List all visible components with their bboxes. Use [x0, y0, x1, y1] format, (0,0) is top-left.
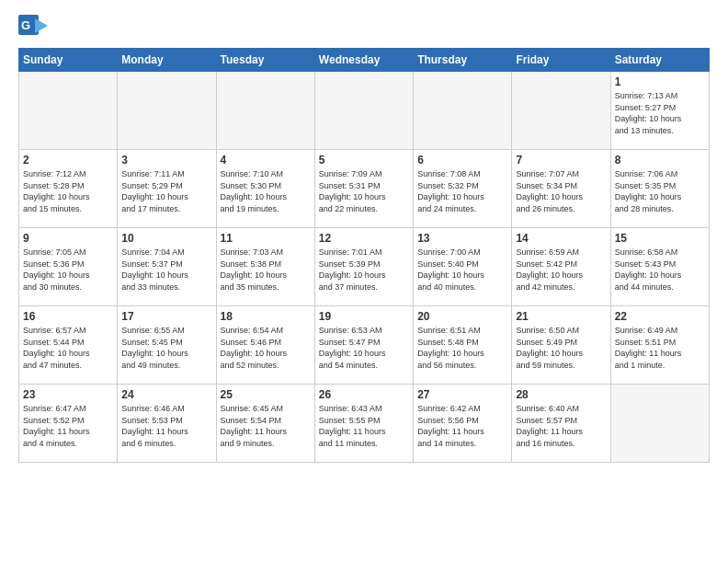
- day-number: 12: [319, 232, 409, 245]
- day-info: Sunrise: 6:53 AM Sunset: 5:47 PM Dayligh…: [319, 325, 409, 371]
- day-number: 16: [23, 310, 113, 323]
- day-info: Sunrise: 6:50 AM Sunset: 5:49 PM Dayligh…: [516, 325, 606, 371]
- day-number: 11: [221, 232, 311, 245]
- calendar-week-row: 1Sunrise: 7:13 AM Sunset: 5:27 PM Daylig…: [19, 72, 710, 150]
- day-info: Sunrise: 6:46 AM Sunset: 5:53 PM Dayligh…: [121, 403, 211, 449]
- calendar-cell: 2Sunrise: 7:12 AM Sunset: 5:28 PM Daylig…: [19, 150, 118, 228]
- day-info: Sunrise: 7:10 AM Sunset: 5:30 PM Dayligh…: [221, 168, 311, 214]
- day-info: Sunrise: 6:59 AM Sunset: 5:42 PM Dayligh…: [516, 247, 606, 293]
- calendar-cell: [314, 72, 413, 150]
- day-info: Sunrise: 7:12 AM Sunset: 5:28 PM Dayligh…: [23, 168, 113, 214]
- day-number: 8: [615, 154, 705, 167]
- calendar-cell: 20Sunrise: 6:51 AM Sunset: 5:48 PM Dayli…: [414, 306, 512, 385]
- day-info: Sunrise: 6:51 AM Sunset: 5:48 PM Dayligh…: [417, 325, 507, 371]
- day-info: Sunrise: 6:45 AM Sunset: 5:54 PM Dayligh…: [221, 403, 311, 449]
- day-number: 10: [121, 232, 211, 245]
- day-number: 1: [615, 75, 705, 88]
- calendar-cell: 9Sunrise: 7:05 AM Sunset: 5:36 PM Daylig…: [19, 228, 118, 306]
- header: G: [18, 15, 710, 40]
- day-number: 19: [319, 310, 409, 323]
- day-number: 20: [417, 310, 507, 323]
- weekday-header-monday: Monday: [118, 49, 216, 72]
- day-info: Sunrise: 7:13 AM Sunset: 5:27 PM Dayligh…: [615, 90, 705, 136]
- calendar-cell: 18Sunrise: 6:54 AM Sunset: 5:46 PM Dayli…: [216, 306, 314, 385]
- day-number: 15: [615, 232, 705, 245]
- day-number: 24: [121, 388, 211, 401]
- day-info: Sunrise: 6:58 AM Sunset: 5:43 PM Dayligh…: [615, 247, 705, 293]
- calendar-cell: [414, 72, 512, 150]
- calendar-cell: 10Sunrise: 7:04 AM Sunset: 5:37 PM Dayli…: [118, 228, 216, 306]
- day-number: 7: [516, 154, 606, 167]
- calendar-cell: 26Sunrise: 6:43 AM Sunset: 5:55 PM Dayli…: [314, 385, 413, 463]
- calendar-cell: 8Sunrise: 7:06 AM Sunset: 5:35 PM Daylig…: [610, 150, 709, 228]
- day-number: 9: [23, 232, 113, 245]
- weekday-header-sunday: Sunday: [19, 49, 118, 72]
- day-info: Sunrise: 6:49 AM Sunset: 5:51 PM Dayligh…: [615, 325, 705, 371]
- day-info: Sunrise: 7:00 AM Sunset: 5:40 PM Dayligh…: [417, 247, 507, 293]
- calendar-table: SundayMondayTuesdayWednesdayThursdayFrid…: [18, 48, 710, 463]
- calendar-cell: [512, 72, 610, 150]
- weekday-header-thursday: Thursday: [414, 49, 512, 72]
- day-number: 26: [319, 388, 409, 401]
- day-info: Sunrise: 6:47 AM Sunset: 5:52 PM Dayligh…: [23, 403, 113, 449]
- calendar-cell: 13Sunrise: 7:00 AM Sunset: 5:40 PM Dayli…: [414, 228, 512, 306]
- calendar-cell: 11Sunrise: 7:03 AM Sunset: 5:38 PM Dayli…: [216, 228, 314, 306]
- calendar-cell: 7Sunrise: 7:07 AM Sunset: 5:34 PM Daylig…: [512, 150, 610, 228]
- day-info: Sunrise: 6:57 AM Sunset: 5:44 PM Dayligh…: [23, 325, 113, 371]
- calendar-cell: [610, 385, 709, 463]
- day-number: 25: [221, 388, 311, 401]
- day-info: Sunrise: 6:54 AM Sunset: 5:46 PM Dayligh…: [221, 325, 311, 371]
- svg-text:G: G: [21, 18, 30, 32]
- weekday-header-friday: Friday: [512, 49, 610, 72]
- calendar-cell: 22Sunrise: 6:49 AM Sunset: 5:51 PM Dayli…: [610, 306, 709, 385]
- calendar-header-row: SundayMondayTuesdayWednesdayThursdayFrid…: [19, 49, 710, 72]
- day-info: Sunrise: 6:43 AM Sunset: 5:55 PM Dayligh…: [319, 403, 409, 449]
- day-info: Sunrise: 7:08 AM Sunset: 5:32 PM Dayligh…: [417, 168, 507, 214]
- calendar-cell: 14Sunrise: 6:59 AM Sunset: 5:42 PM Dayli…: [512, 228, 610, 306]
- day-number: 27: [417, 388, 507, 401]
- calendar-cell: 24Sunrise: 6:46 AM Sunset: 5:53 PM Dayli…: [118, 385, 216, 463]
- calendar-week-row: 16Sunrise: 6:57 AM Sunset: 5:44 PM Dayli…: [19, 306, 710, 385]
- day-info: Sunrise: 6:42 AM Sunset: 5:56 PM Dayligh…: [417, 403, 507, 449]
- calendar-cell: 3Sunrise: 7:11 AM Sunset: 5:29 PM Daylig…: [118, 150, 216, 228]
- day-number: 13: [417, 232, 507, 245]
- day-info: Sunrise: 7:03 AM Sunset: 5:38 PM Dayligh…: [221, 247, 311, 293]
- calendar-cell: 19Sunrise: 6:53 AM Sunset: 5:47 PM Dayli…: [314, 306, 413, 385]
- calendar-cell: 1Sunrise: 7:13 AM Sunset: 5:27 PM Daylig…: [610, 72, 709, 150]
- day-number: 4: [221, 154, 311, 167]
- calendar-cell: 4Sunrise: 7:10 AM Sunset: 5:30 PM Daylig…: [216, 150, 314, 228]
- day-info: Sunrise: 7:11 AM Sunset: 5:29 PM Dayligh…: [121, 168, 211, 214]
- day-number: 14: [516, 232, 606, 245]
- calendar-week-row: 23Sunrise: 6:47 AM Sunset: 5:52 PM Dayli…: [19, 385, 710, 463]
- calendar-cell: 12Sunrise: 7:01 AM Sunset: 5:39 PM Dayli…: [314, 228, 413, 306]
- calendar-cell: 21Sunrise: 6:50 AM Sunset: 5:49 PM Dayli…: [512, 306, 610, 385]
- calendar-week-row: 9Sunrise: 7:05 AM Sunset: 5:36 PM Daylig…: [19, 228, 710, 306]
- weekday-header-saturday: Saturday: [610, 49, 709, 72]
- calendar-cell: [216, 72, 314, 150]
- calendar-cell: 17Sunrise: 6:55 AM Sunset: 5:45 PM Dayli…: [118, 306, 216, 385]
- calendar-cell: [19, 72, 118, 150]
- day-info: Sunrise: 7:05 AM Sunset: 5:36 PM Dayligh…: [23, 247, 113, 293]
- day-info: Sunrise: 7:07 AM Sunset: 5:34 PM Dayligh…: [516, 168, 606, 214]
- day-info: Sunrise: 6:40 AM Sunset: 5:57 PM Dayligh…: [516, 403, 606, 449]
- calendar-cell: 16Sunrise: 6:57 AM Sunset: 5:44 PM Dayli…: [19, 306, 118, 385]
- day-info: Sunrise: 6:55 AM Sunset: 5:45 PM Dayligh…: [121, 325, 211, 371]
- day-number: 28: [516, 388, 606, 401]
- day-number: 22: [615, 310, 705, 323]
- day-info: Sunrise: 7:01 AM Sunset: 5:39 PM Dayligh…: [319, 247, 409, 293]
- weekday-header-wednesday: Wednesday: [314, 49, 413, 72]
- day-number: 18: [221, 310, 311, 323]
- calendar-cell: 27Sunrise: 6:42 AM Sunset: 5:56 PM Dayli…: [414, 385, 512, 463]
- calendar-cell: 25Sunrise: 6:45 AM Sunset: 5:54 PM Dayli…: [216, 385, 314, 463]
- calendar-cell: 23Sunrise: 6:47 AM Sunset: 5:52 PM Dayli…: [19, 385, 118, 463]
- logo: G: [18, 15, 50, 40]
- logo-icon: G: [18, 15, 48, 40]
- calendar-cell: 15Sunrise: 6:58 AM Sunset: 5:43 PM Dayli…: [610, 228, 709, 306]
- calendar-cell: 6Sunrise: 7:08 AM Sunset: 5:32 PM Daylig…: [414, 150, 512, 228]
- day-number: 6: [417, 154, 507, 167]
- day-info: Sunrise: 7:06 AM Sunset: 5:35 PM Dayligh…: [615, 168, 705, 214]
- day-number: 5: [319, 154, 409, 167]
- calendar-week-row: 2Sunrise: 7:12 AM Sunset: 5:28 PM Daylig…: [19, 150, 710, 228]
- day-info: Sunrise: 7:04 AM Sunset: 5:37 PM Dayligh…: [121, 247, 211, 293]
- calendar-cell: 28Sunrise: 6:40 AM Sunset: 5:57 PM Dayli…: [512, 385, 610, 463]
